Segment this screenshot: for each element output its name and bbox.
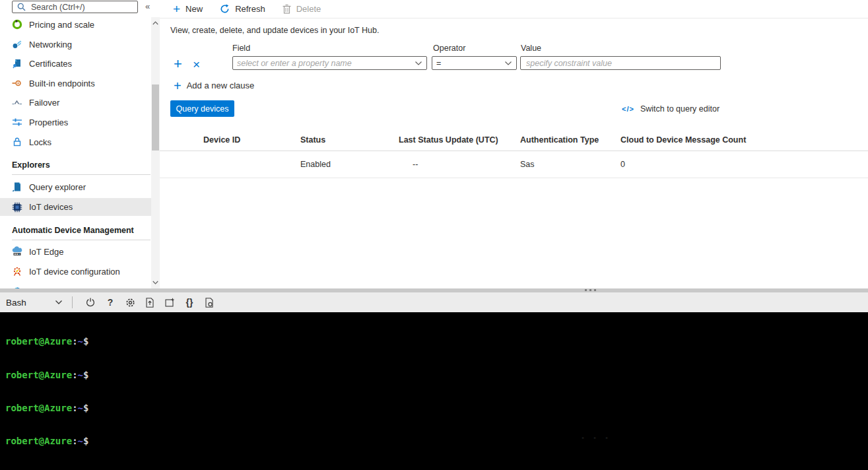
scrollbar-thumb[interactable] — [152, 84, 159, 151]
iot-hub-sidebar: « Pricing and scale Networking — [0, 0, 160, 288]
sidebar-item-label: Locks — [29, 137, 51, 147]
power-icon — [86, 298, 95, 307]
upload-download-files-button[interactable] — [140, 295, 160, 310]
iot-edge-icon — [12, 246, 22, 257]
new-button[interactable]: + New — [173, 4, 203, 14]
scroll-down-icon[interactable] — [151, 278, 160, 287]
sidebar-search[interactable] — [12, 1, 138, 13]
sidebar-item-iot-edge[interactable]: IoT Edge — [0, 243, 151, 260]
sidebar-item-label: Failover — [29, 98, 59, 108]
value-label: Value — [521, 44, 541, 53]
sidebar-item-label: IoT device configuration — [29, 267, 120, 277]
shell-selector-label: Bash — [6, 298, 26, 308]
sidebar-item-certificates[interactable]: Certificates — [0, 55, 151, 72]
sidebar-item-iot-device-configuration[interactable]: IoT device configuration — [0, 263, 151, 280]
query-explorer-icon — [12, 182, 22, 192]
value-input[interactable] — [525, 58, 716, 69]
sidebar-item-failover[interactable]: Failover — [0, 94, 151, 111]
query-devices-button[interactable]: Query devices — [170, 100, 234, 117]
new-window-icon — [165, 298, 175, 307]
field-label: Field — [232, 44, 250, 53]
operator-combobox[interactable]: = — [432, 56, 517, 70]
section-divider — [12, 240, 150, 240]
gear-icon — [125, 298, 135, 308]
settings-button[interactable] — [120, 295, 140, 310]
sidebar-item-label: Properties — [29, 118, 68, 127]
code-icon: </> — [622, 105, 634, 113]
shell-selector-dropdown[interactable]: Bash — [6, 298, 63, 308]
sidebar-item-properties[interactable]: Properties — [0, 114, 151, 131]
column-status: Status — [300, 135, 399, 145]
sidebar-item-locks[interactable]: Locks — [0, 133, 151, 151]
switch-editor-label: Switch to query editor — [640, 104, 719, 114]
cloud-shell-toolbar: Bash ? — [0, 292, 868, 312]
scroll-up-icon[interactable] — [151, 18, 160, 28]
switch-to-query-editor-link[interactable]: </> Switch to query editor — [622, 104, 719, 114]
chevron-down-icon — [504, 61, 512, 66]
plus-icon: + — [174, 81, 182, 90]
cell-status: Enabled — [300, 160, 399, 169]
terminal-prompt-line: robert@Azure:~$ — [5, 336, 868, 347]
certificates-icon — [12, 58, 22, 69]
search-icon — [17, 3, 26, 11]
sidebar-item-label: IoT devices — [29, 202, 73, 212]
search-input[interactable] — [30, 2, 137, 13]
open-editor-button[interactable]: {} — [180, 295, 199, 310]
failover-icon — [12, 97, 22, 108]
sidebar-item-pricing-and-scale[interactable]: Pricing and scale — [0, 16, 151, 33]
terminal-prompt-line: robert@Azure:~$ — [5, 403, 868, 414]
azure-portal-screen: « Pricing and scale Networking — [0, 0, 868, 470]
lock-icon — [12, 137, 22, 147]
remove-clause-icon[interactable]: × — [193, 58, 200, 71]
cell-authentication-type: Sas — [520, 160, 620, 169]
plus-icon: + — [173, 5, 180, 14]
sidebar-item-iot-devices[interactable]: IoT devices — [0, 198, 151, 216]
operator-label: Operator — [433, 44, 465, 53]
sidebar-item-partial[interactable]: Device update — [0, 283, 151, 288]
column-c2d-message-count: Cloud to Device Message Count — [620, 135, 868, 145]
column-authentication-type: Authentication Type — [520, 135, 620, 145]
device-table-header: Device ID Status Last Status Update (UTC… — [160, 129, 868, 151]
editor-braces-icon: {} — [186, 297, 193, 308]
device-table-row[interactable]: Enabled -- Sas 0 — [160, 151, 868, 178]
sidebar-item-label: Certificates — [29, 59, 72, 69]
field-combobox[interactable]: select or enter a property name — [232, 56, 427, 70]
terminal-prompt-line: robert@Azure:~$ — [5, 436, 868, 447]
command-bar: + New Refresh Delete — [160, 0, 868, 18]
refresh-button[interactable]: Refresh — [220, 4, 265, 14]
new-session-button[interactable] — [160, 295, 180, 310]
restart-shell-button[interactable] — [81, 295, 100, 310]
field-placeholder: select or enter a property name — [237, 59, 415, 68]
file-transfer-icon — [145, 298, 154, 308]
new-button-label: New — [185, 4, 203, 14]
help-icon: ? — [108, 297, 114, 308]
add-clause-plus-icon[interactable]: + — [174, 57, 182, 71]
cloud-shell-terminal[interactable]: robert@Azure:~$ robert@Azure:~$ robert@A… — [0, 312, 868, 470]
add-new-clause-link[interactable]: + Add a new clause — [174, 81, 254, 90]
sidebar-item-label: Built-in endpoints — [29, 79, 95, 88]
networking-icon — [12, 39, 22, 50]
value-input-box[interactable] — [520, 56, 721, 70]
toolbar-separator — [72, 296, 73, 308]
iot-devices-pane: + New Refresh Delete — [160, 0, 868, 288]
operator-value: = — [436, 59, 504, 68]
sidebar-item-label: Pricing and scale — [29, 20, 94, 30]
delete-button-label: Delete — [296, 4, 321, 14]
drag-grip-icon — [585, 289, 596, 291]
web-preview-button[interactable] — [199, 295, 219, 310]
pane-description: View, create, delete, and update devices… — [170, 26, 379, 35]
sidebar-item-label: IoT Edge — [29, 247, 64, 257]
sidebar-item-built-in-endpoints[interactable]: Built-in endpoints — [0, 75, 151, 92]
sidebar-section-automatic-device-management: Automatic Device Management — [12, 226, 134, 235]
delete-button[interactable]: Delete — [283, 4, 321, 14]
cell-c2d-message-count: 0 — [620, 160, 868, 169]
iot-devices-icon — [12, 202, 22, 213]
sidebar-scrollbar[interactable] — [151, 17, 160, 288]
trash-icon — [283, 4, 291, 14]
iot-device-configuration-icon — [12, 266, 22, 277]
sidebar-item-query-explorer[interactable]: Query explorer — [0, 178, 151, 195]
help-button[interactable]: ? — [100, 295, 120, 310]
sidebar-item-networking[interactable]: Networking — [0, 36, 151, 53]
collapse-sidebar-button[interactable]: « — [145, 1, 150, 11]
sidebar-item-label: Networking — [29, 40, 72, 50]
